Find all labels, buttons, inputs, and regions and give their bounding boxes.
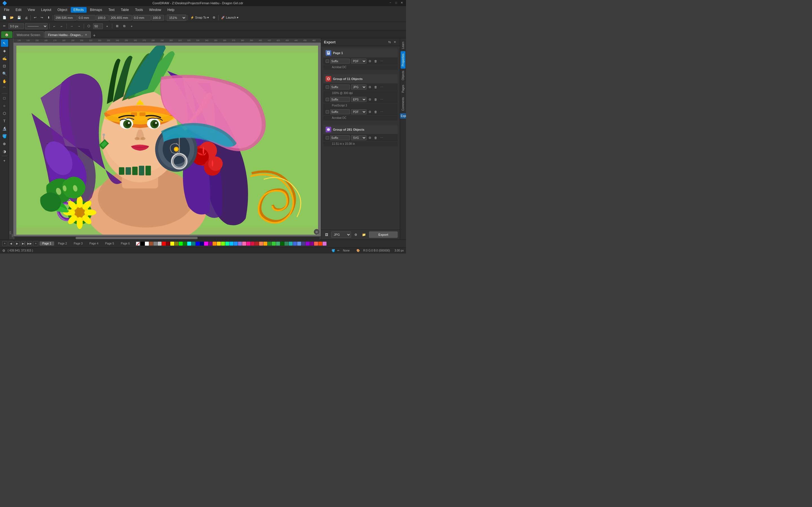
color-swatch[interactable]	[192, 242, 195, 245]
color-swatch[interactable]	[234, 242, 238, 245]
color-swatch[interactable]	[318, 242, 322, 245]
color-swatch[interactable]	[141, 242, 145, 245]
w-input[interactable]: 0.0 mm	[77, 15, 96, 20]
color-swatch[interactable]	[289, 242, 293, 245]
add-tab-button[interactable]: +	[91, 33, 97, 38]
color-swatch[interactable]	[267, 242, 271, 245]
color-swatch[interactable]	[179, 242, 183, 245]
color-swatch[interactable]	[174, 242, 179, 245]
color-swatch[interactable]	[196, 242, 200, 245]
curve-tool[interactable]: ⌒	[1, 85, 8, 93]
export-main-button[interactable]: Export	[369, 231, 398, 238]
group281-svg-more-btn[interactable]: ⋯	[379, 136, 384, 140]
color-swatch[interactable]	[242, 242, 246, 245]
redo-button[interactable]: ↪	[39, 15, 45, 21]
pan-tool[interactable]: ✋	[1, 77, 8, 85]
page2-tab[interactable]: Page 2	[55, 241, 70, 245]
group11-pdf-suffix[interactable]	[330, 109, 350, 114]
launch-button[interactable]: 🚀 Launch ▾	[220, 15, 240, 21]
align-btn[interactable]: ⧉	[121, 23, 128, 29]
new-button[interactable]: 📄	[1, 15, 8, 21]
page1-more-btn[interactable]: ⋯	[379, 59, 384, 63]
color-swatch[interactable]	[149, 242, 153, 245]
scale-btn[interactable]: ⬡	[86, 23, 92, 29]
settings-button[interactable]: ⚙	[211, 15, 217, 21]
plus-tool[interactable]: +	[1, 157, 8, 164]
group281-svg-format[interactable]: SVG JPG PDF PNG EPS	[351, 135, 366, 140]
group11-jpg-format[interactable]: JPG PDF PNG SVG EPS	[351, 84, 366, 90]
group11-eps-checkbox[interactable]	[326, 98, 329, 101]
group11-pdf-settings-btn[interactable]: ⚙	[368, 110, 372, 114]
menu-view[interactable]: View	[25, 7, 38, 13]
select-tool[interactable]: ↖	[1, 40, 8, 47]
shape-tool[interactable]: ◈	[1, 47, 8, 54]
snap-to-button[interactable]: ⚡ Snap To ▾	[189, 15, 210, 21]
close-button[interactable]: ✕	[400, 1, 404, 5]
last-page-button[interactable]: ▶▶	[27, 241, 32, 246]
horizontal-scrollbar[interactable]	[13, 236, 321, 239]
page1-suffix-input[interactable]	[330, 59, 350, 64]
add-page-end-button[interactable]: +	[33, 241, 38, 246]
color-swatch[interactable]	[158, 242, 161, 245]
group11-pdf-more-btn[interactable]: ⋯	[379, 110, 384, 114]
tab-close-icon[interactable]: ✕	[85, 33, 87, 36]
menu-table[interactable]: Table	[118, 7, 132, 13]
group11-eps-settings-btn[interactable]: ⚙	[368, 98, 372, 102]
menu-text[interactable]: Text	[105, 7, 117, 13]
color-swatch[interactable]	[255, 242, 259, 245]
color-swatch[interactable]	[293, 242, 297, 245]
page4-tab[interactable]: Page 4	[87, 241, 101, 245]
freehand-tool[interactable]: ✍	[1, 55, 8, 62]
blend-tool[interactable]: ⊕	[1, 140, 8, 147]
color-swatch[interactable]	[225, 242, 229, 245]
color-swatch[interactable]	[306, 242, 310, 245]
group11-pdf-delete-btn[interactable]: 🗑	[373, 110, 378, 114]
color-swatch[interactable]	[166, 242, 170, 245]
group11-jpg-checkbox[interactable]	[326, 86, 329, 89]
color-swatch[interactable]	[230, 242, 234, 245]
corner-btn2[interactable]: ⌐	[59, 23, 65, 29]
group11-jpg-delete-btn[interactable]: 🗑	[373, 85, 378, 89]
text-tool[interactable]: T	[1, 117, 8, 124]
prev-page-button[interactable]: ◀	[8, 241, 13, 246]
page1-format-select[interactable]: PDF JPG PNG SVG EPS	[351, 59, 366, 64]
color-swatch[interactable]	[208, 242, 212, 245]
plus-btn[interactable]: +	[129, 23, 135, 29]
group11-pdf-format[interactable]: PDF JPG PNG SVG EPS	[351, 109, 366, 114]
color-swatch[interactable]	[238, 242, 242, 245]
h-input[interactable]: 0.0 mm	[133, 15, 151, 20]
arrow-end1[interactable]: →	[68, 23, 75, 29]
canvas-area[interactable]: 1301401501601701801902002102202302402502…	[13, 38, 321, 239]
expand-panel-button[interactable]: ⇆	[388, 40, 392, 44]
group11-eps-delete-btn[interactable]: 🗑	[373, 98, 378, 101]
color-swatch[interactable]	[170, 242, 174, 245]
zoom-fit-button[interactable]: ⊞	[314, 229, 319, 235]
play-button[interactable]: ▶	[15, 241, 20, 246]
menu-effects[interactable]: Effects	[71, 7, 87, 13]
close-panel-button[interactable]: ✕	[393, 40, 397, 44]
menu-tools[interactable]: Tools	[132, 7, 146, 13]
next-page-button[interactable]: ▶|	[21, 241, 26, 246]
scale-value-input[interactable]: 50	[93, 23, 103, 29]
arrow-end2[interactable]: →	[76, 23, 82, 29]
stroke-type-dropdown[interactable]: ─────	[25, 23, 48, 29]
welcome-screen-tab[interactable]: Welcome Screen	[13, 31, 44, 38]
save-button[interactable]: 💾	[16, 15, 22, 21]
crop-tool[interactable]: ⊡	[1, 62, 8, 69]
x-coord-input[interactable]: 298.535 mm	[54, 15, 77, 20]
y-coord-input[interactable]: 205.655 mm	[109, 15, 132, 20]
color-swatch[interactable]	[259, 242, 263, 245]
color-swatch[interactable]	[145, 242, 149, 245]
color-swatch[interactable]	[217, 242, 221, 245]
stroke-size-input[interactable]: 3.0 px	[8, 23, 24, 29]
export-main-format[interactable]: JPG PDF PNG SVG	[331, 231, 351, 238]
menu-edit[interactable]: Edit	[13, 7, 24, 13]
color-swatch[interactable]	[285, 242, 289, 245]
color-swatch[interactable]	[187, 242, 191, 245]
color-swatch[interactable]	[183, 242, 187, 245]
menu-window[interactable]: Window	[146, 7, 164, 13]
scale-plus[interactable]: +	[104, 23, 110, 29]
grid-btn[interactable]: ⊞	[114, 23, 120, 29]
h2-input[interactable]: 100.0	[151, 15, 164, 20]
color-swatch[interactable]	[272, 242, 276, 245]
